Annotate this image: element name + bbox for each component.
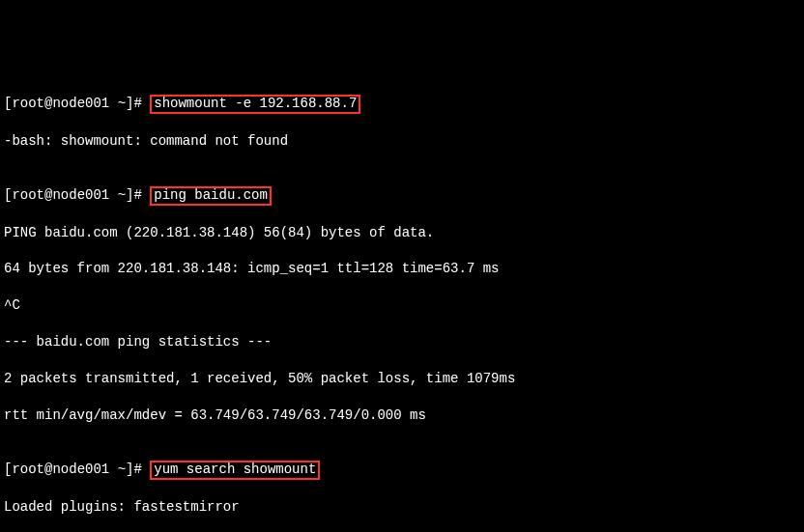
out-ping-reply: 64 bytes from 220.181.38.148: icmp_seq=1…: [4, 260, 800, 278]
prompt-line-yumsearch: [root@node001 ~]# yum search showmount: [4, 461, 800, 479]
out-ping-stats-hdr: --- baidu.com ping statistics ---: [4, 333, 800, 351]
cmd-ping: ping baidu.com: [150, 186, 272, 205]
cmd-showmount: showmount -e 192.168.88.7: [150, 95, 360, 113]
out-ping-stats-1: 2 packets transmitted, 1 received, 50% p…: [4, 370, 800, 388]
out-ping-header: PING baidu.com (220.181.38.148) 56(84) b…: [4, 224, 800, 242]
out-bash-notfound: -bash: showmount: command not found: [4, 132, 800, 151]
prompt-cwd: ~: [118, 96, 126, 111]
prompt-user: root: [12, 96, 44, 111]
out-yum-loaded: Loaded plugins: fastestmirror: [4, 498, 800, 517]
prompt-line-showmount: [root@node001 ~]# showmount -e 192.168.8…: [4, 95, 800, 113]
prompt-line-ping: [root@node001 ~]# ping baidu.com: [4, 186, 800, 205]
cmd-yumsearch: yum search showmount: [150, 461, 320, 479]
out-ping-stats-2: rtt min/avg/max/mdev = 63.749/63.749/63.…: [4, 406, 800, 425]
prompt-host: node001: [52, 96, 109, 111]
out-ctrlc: ^C: [4, 296, 800, 315]
